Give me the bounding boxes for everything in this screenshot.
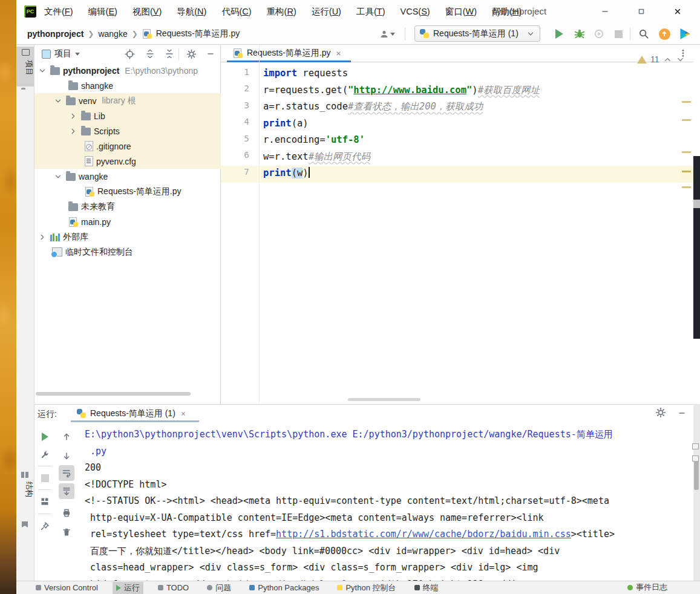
tree-row-requests-py[interactable]: Requests-简单运用.py <box>34 184 221 199</box>
chevron-down-icon[interactable] <box>38 66 47 76</box>
menu-run[interactable]: 运行(U) <box>312 6 341 18</box>
run-configuration-select[interactable]: Requests-简单运用 (1) <box>414 25 540 42</box>
rerun-button[interactable] <box>37 429 53 445</box>
up-stack-trace-button[interactable] <box>59 429 74 445</box>
tree-row-external-libs[interactable]: 外部库 <box>34 229 221 244</box>
code-line-5[interactable]: r.encoding='utf-8' <box>263 132 365 149</box>
chevron-right-icon[interactable] <box>38 232 47 242</box>
inspections-widget[interactable]: 11 <box>637 53 685 65</box>
tree-row-gitignore[interactable]: .gitignore <box>34 139 221 154</box>
menu-refactor[interactable]: 重构(R) <box>267 6 296 18</box>
maximize-button[interactable] <box>626 0 656 23</box>
run-panel-settings-button[interactable] <box>655 407 666 420</box>
menu-view[interactable]: 视图(V) <box>132 6 162 18</box>
run-panel-hide-button[interactable] <box>677 408 687 420</box>
statusbar-run[interactable]: 运行 <box>113 582 143 594</box>
window-title: pythonproject <box>492 6 546 16</box>
project-view-selector[interactable]: 项目 <box>42 45 80 63</box>
close-button[interactable] <box>662 0 693 23</box>
prev-problem-icon[interactable] <box>663 55 672 64</box>
code-line-2[interactable]: r=requests.get("http://www.baidu.com")#获… <box>263 82 540 99</box>
run-tab[interactable]: Requests-简单运用 (1) <box>72 405 192 422</box>
menu-tools[interactable]: 工具(T) <box>356 6 385 18</box>
tool-stripe-structure[interactable]: 结构 <box>24 481 34 497</box>
breadcrumb-project[interactable]: pythonproject <box>27 29 83 39</box>
tree-row-venv[interactable]: venv library 根 <box>34 93 221 108</box>
edit-configuration-button[interactable] <box>37 447 53 463</box>
select-opened-file-button[interactable] <box>122 46 137 62</box>
menu-vcs[interactable]: VCS(S) <box>401 7 430 16</box>
stop-button[interactable] <box>610 26 626 42</box>
chevron-right-icon[interactable] <box>68 111 78 121</box>
tree-row-pyvenv-cfg[interactable]: pyvenv.cfg <box>34 154 221 169</box>
warning-stripe-mark[interactable] <box>682 151 691 153</box>
down-stack-trace-button[interactable] <box>59 448 74 464</box>
code-line-4[interactable]: print(a) <box>263 116 309 132</box>
update-available-button[interactable] <box>656 26 672 42</box>
code-line-6[interactable]: w=r.text#输出网页代码 <box>263 149 370 166</box>
warning-stripe-mark[interactable] <box>682 171 691 172</box>
statusbar-version-control[interactable]: Version Control <box>32 583 102 593</box>
background-window-strip <box>693 156 700 200</box>
chevron-down-icon <box>526 30 535 38</box>
run-button[interactable] <box>551 26 567 42</box>
statusbar-event-log[interactable]: 事件日志 <box>624 581 671 593</box>
menu-code[interactable]: 代码(C) <box>221 6 251 18</box>
warning-stripe-mark[interactable] <box>682 186 691 188</box>
ide-promo-icon[interactable] <box>677 26 693 42</box>
panel-options-button[interactable] <box>183 46 199 62</box>
tree-row-pythonproject[interactable]: pythonproject E:\python3\pythonp <box>34 63 221 78</box>
tree-row-main-py[interactable]: main.py <box>34 214 221 229</box>
minimize-button[interactable] <box>590 0 620 23</box>
tree-row-scratches[interactable]: 临时文件和控制台 <box>34 244 221 259</box>
tree-hint: library 根 <box>102 96 136 106</box>
horizontal-scrollbar[interactable] <box>348 398 420 401</box>
soft-wrap-toggle[interactable] <box>59 465 74 481</box>
statusbar-terminal[interactable]: 终端 <box>411 582 442 594</box>
tree-row-lib[interactable]: Lib <box>34 108 221 123</box>
warning-stripe-mark[interactable] <box>682 119 691 121</box>
tree-row-wangke[interactable]: wangke <box>34 169 221 184</box>
chevron-right-icon[interactable] <box>68 126 78 136</box>
menu-navigate[interactable]: 导航(N) <box>177 6 206 18</box>
collapse-all-button[interactable] <box>162 46 177 62</box>
debug-button[interactable] <box>572 26 587 42</box>
hide-panel-button[interactable] <box>203 46 218 62</box>
print-button[interactable] <box>59 505 74 521</box>
clear-console-button[interactable] <box>59 524 74 540</box>
console-hyperlink[interactable]: http://s1.bdstatic.com/r/www/cache/bdorz… <box>276 529 571 540</box>
console-scrollbar[interactable] <box>694 461 699 490</box>
statusbar-python-packages[interactable]: Python Packages <box>246 583 322 593</box>
menu-file[interactable]: 文件(F) <box>44 6 73 18</box>
scroll-to-end-toggle[interactable] <box>59 483 74 499</box>
breadcrumb-file[interactable]: Requests-简单运用.py <box>156 28 240 39</box>
close-icon[interactable] <box>335 50 342 57</box>
tool-stripe-project-selected[interactable]: 项目 <box>16 47 34 86</box>
code-line-3[interactable]: a=r.status_code#查看状态，输出200，获取成功 <box>263 99 483 116</box>
tree-row-scripts[interactable]: Scripts <box>34 123 221 139</box>
console-output[interactable]: E:\python3\pythonproject\venv\Scripts\py… <box>85 426 690 581</box>
next-problem-icon[interactable] <box>676 55 685 64</box>
breadcrumb-folder[interactable]: wangke <box>98 29 127 39</box>
coverage-button[interactable] <box>591 26 607 42</box>
restore-layout-button[interactable] <box>37 494 53 509</box>
horizontal-scrollbar[interactable] <box>36 392 191 396</box>
stop-button-disabled[interactable] <box>37 470 53 486</box>
user-account-button[interactable] <box>379 26 395 42</box>
statusbar-python-console[interactable]: Python 控制台 <box>333 582 399 594</box>
code-line-1[interactable]: import requests <box>263 65 348 82</box>
statusbar-todo[interactable]: TODO <box>154 583 192 593</box>
statusbar-problems[interactable]: 问题 <box>203 582 235 594</box>
chevron-down-icon[interactable] <box>53 172 63 181</box>
warning-stripe-mark[interactable] <box>682 101 691 103</box>
menu-edit[interactable]: 编辑(E) <box>88 6 117 18</box>
expand-all-button[interactable] <box>142 46 158 62</box>
tree-row-weilai[interactable]: 未来教育 <box>34 199 221 214</box>
tree-row-shangke[interactable]: shangke <box>34 78 221 93</box>
pin-tab-button[interactable] <box>37 518 53 534</box>
menu-window[interactable]: 窗口(W) <box>445 6 477 18</box>
code-line-7[interactable]: print(w) <box>263 165 310 182</box>
close-icon[interactable] <box>180 410 187 417</box>
search-everywhere-button[interactable] <box>636 26 652 42</box>
chevron-down-icon[interactable] <box>53 96 63 106</box>
